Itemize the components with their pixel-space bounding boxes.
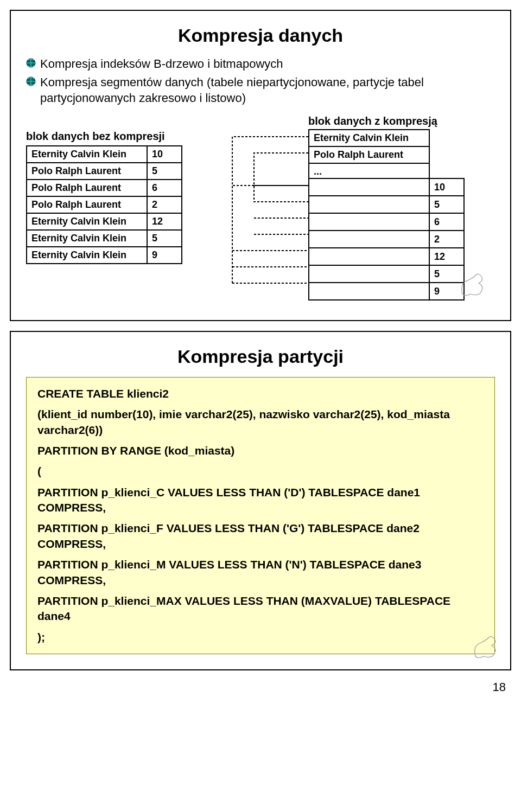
cell-val: 5	[429, 196, 464, 213]
cell-val: 2	[429, 231, 464, 248]
cell-val: 5	[147, 163, 182, 180]
code-line: PARTITION p_klienci_F VALUES LESS THAN (…	[37, 521, 484, 552]
slide2-title: Kompresja partycji	[26, 346, 495, 367]
cell-empty	[309, 213, 429, 231]
page-number: 18	[0, 680, 506, 694]
code-line: (klient_id number(10), imie varchar2(25)…	[37, 407, 484, 438]
table-row: Polo Ralph Laurent6	[27, 180, 182, 196]
cell-val: 9	[147, 247, 182, 264]
cell-empty	[309, 283, 429, 300]
caption-left: blok danych bez kompresji	[26, 130, 165, 143]
cell-text: Polo Ralph Laurent	[27, 196, 147, 213]
cell-empty	[309, 178, 429, 196]
cell-empty	[309, 196, 429, 213]
code-line: );	[37, 630, 484, 645]
cell-empty	[309, 265, 429, 283]
slide-kompresja-partycji: Kompresja partycji CREATE TABLE klienci2…	[10, 331, 511, 670]
cell-val: 10	[147, 146, 182, 163]
cell-text: Eternity Calvin Klein	[27, 146, 147, 163]
table-row: Polo Ralph Laurent	[309, 146, 429, 163]
table-row: Eternity Calvin Klein5	[27, 230, 182, 247]
code-line: PARTITION p_klienci_MAX VALUES LESS THAN…	[37, 593, 484, 624]
code-line: PARTITION p_klienci_M VALUES LESS THAN (…	[37, 557, 484, 588]
slide1-title: Kompresja danych	[26, 25, 495, 46]
compression-diagram: blok danych bez kompresji blok danych z …	[26, 115, 495, 305]
cell-val: 6	[429, 213, 464, 231]
bullet-item: Kompresja segmentów danych (tabele niepa…	[26, 74, 495, 106]
table-row: 9	[309, 283, 464, 300]
cell-text: Eternity Calvin Klein	[309, 130, 429, 146]
left-table: Eternity Calvin Klein10 Polo Ralph Laure…	[26, 145, 182, 264]
table-row: 2	[309, 231, 464, 248]
table-row: 12	[309, 248, 464, 265]
cell-text: Polo Ralph Laurent	[27, 180, 147, 196]
sql-code-box: CREATE TABLE klienci2 (klient_id number(…	[26, 377, 495, 654]
cell-val: 12	[429, 248, 464, 265]
cell-text: Eternity Calvin Klein	[27, 247, 147, 264]
code-line: PARTITION p_klienci_C VALUES LESS THAN (…	[37, 485, 484, 516]
table-row: Eternity Calvin Klein	[309, 130, 429, 146]
cell-val: 12	[147, 213, 182, 230]
table-row: Polo Ralph Laurent2	[27, 196, 182, 213]
right-data-table: 10 5 6 2 12 5 9	[308, 178, 465, 300]
table-row: Eternity Calvin Klein9	[27, 247, 182, 264]
cell-empty	[309, 231, 429, 248]
dragon-watermark-icon	[470, 635, 503, 664]
cell-val: 5	[147, 230, 182, 247]
dragon-watermark-icon	[457, 272, 490, 302]
cell-val: 2	[147, 196, 182, 213]
table-row: 6	[309, 213, 464, 231]
slide-kompresja-danych: Kompresja danych Kompresja indeksów B-dr…	[10, 10, 511, 321]
table-row: Polo Ralph Laurent5	[27, 163, 182, 180]
cell-empty	[309, 248, 429, 265]
right-symbol-table: Eternity Calvin Klein Polo Ralph Laurent…	[308, 129, 430, 181]
cell-val: 6	[147, 180, 182, 196]
bullet-item: Kompresja indeksów B-drzewo i bitmapowyc…	[26, 56, 495, 72]
caption-right: blok danych z kompresją	[308, 115, 437, 127]
bullet-text: Kompresja segmentów danych (tabele niepa…	[40, 74, 495, 106]
table-row: 10	[309, 178, 464, 196]
table-row: Eternity Calvin Klein10	[27, 146, 182, 163]
code-line: (	[37, 464, 484, 479]
globe-bullet-icon	[26, 76, 36, 88]
cell-text: Eternity Calvin Klein	[27, 213, 147, 230]
table-row: 5	[309, 265, 464, 283]
globe-bullet-icon	[26, 58, 36, 70]
cell-text: Polo Ralph Laurent	[27, 163, 147, 180]
code-line: CREATE TABLE klienci2	[37, 386, 484, 401]
cell-text: Polo Ralph Laurent	[309, 146, 429, 163]
code-line: PARTITION BY RANGE (kod_miasta)	[37, 443, 484, 458]
table-row: Eternity Calvin Klein12	[27, 213, 182, 230]
table-row: 5	[309, 196, 464, 213]
cell-val: 10	[429, 178, 464, 196]
bullet-text: Kompresja indeksów B-drzewo i bitmapowyc…	[40, 56, 283, 72]
cell-text: Eternity Calvin Klein	[27, 230, 147, 247]
bullet-list: Kompresja indeksów B-drzewo i bitmapowyc…	[26, 56, 495, 106]
